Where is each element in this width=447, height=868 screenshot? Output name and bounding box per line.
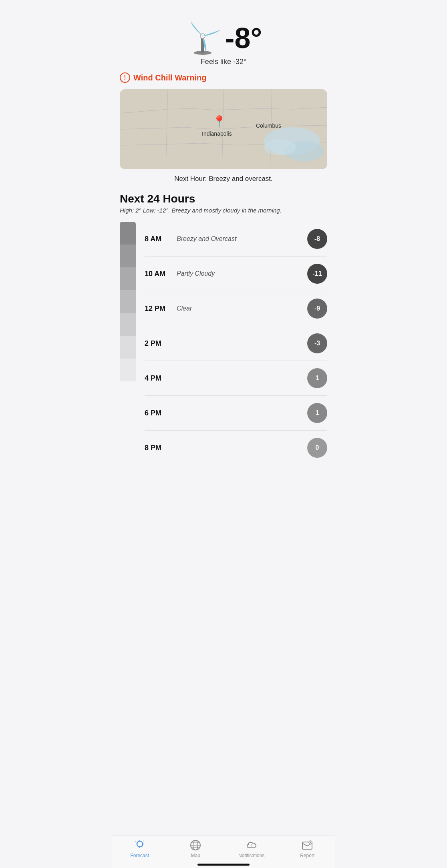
temp-badge: 0 <box>307 438 327 458</box>
row-condition: Partly Cloudy <box>177 270 307 277</box>
row-condition: Clear <box>177 305 307 312</box>
temp-badge: -8 <box>307 229 327 249</box>
hero-section: -8° Feels like -32° <box>120 12 327 66</box>
next24-title: Next 24 Hours <box>120 192 327 205</box>
hourly-row: 8 AM Breezy and Overcast -8 <box>145 222 327 257</box>
row-time: 6 PM <box>145 409 177 417</box>
next24-subtitle: High: 2° Low: -12°. Breezy and mostly cl… <box>120 207 327 214</box>
row-time: 2 PM <box>145 339 177 348</box>
hourly-row: 12 PM Clear -9 <box>145 291 327 326</box>
next-hour-text: Next Hour: Breezy and overcast. <box>120 175 327 183</box>
hourly-row: 8 PM 0 <box>145 431 327 465</box>
hourly-section: 8 AM Breezy and Overcast -8 10 AM Partly… <box>120 222 327 465</box>
warning-text: Wind Chill Warning <box>133 73 206 82</box>
hourly-row: 10 AM Partly Cloudy -11 <box>145 257 327 291</box>
temp-badge: -3 <box>307 333 327 353</box>
map-container[interactable]: 📍 Indianapolis Columbus <box>120 89 327 169</box>
temp-badge: -11 <box>307 264 327 284</box>
columbus-label: Columbus <box>256 122 281 129</box>
feels-like: Feels like -32° <box>201 58 246 66</box>
hourly-row: 6 PM 1 <box>145 396 327 431</box>
temp-badge: -9 <box>307 299 327 319</box>
windmill-icon <box>185 20 221 56</box>
map-pin: 📍 <box>212 115 226 128</box>
hourly-row: 4 PM 1 <box>145 361 327 396</box>
temp-badge: 1 <box>307 368 327 388</box>
svg-point-6 <box>264 139 296 155</box>
row-time: 10 AM <box>145 270 177 278</box>
row-condition: Breezy and Overcast <box>177 235 307 243</box>
row-time: 4 PM <box>145 374 177 383</box>
hourly-list: 8 AM Breezy and Overcast -8 10 AM Partly… <box>145 222 327 465</box>
temperature-display: -8° <box>225 24 262 52</box>
row-time: 12 PM <box>145 305 177 313</box>
hourly-row: 2 PM -3 <box>145 326 327 361</box>
warning-icon: ! <box>120 72 130 83</box>
row-time: 8 AM <box>145 235 177 243</box>
wind-chill-warning: ! Wind Chill Warning <box>120 72 327 83</box>
temp-badge: 1 <box>307 403 327 423</box>
indianapolis-label: Indianapolis <box>202 130 232 137</box>
row-time: 8 PM <box>145 444 177 452</box>
map-svg <box>120 89 327 169</box>
